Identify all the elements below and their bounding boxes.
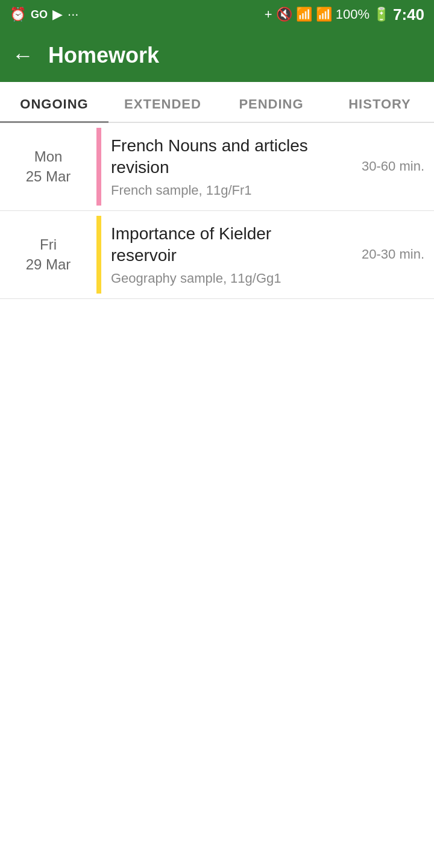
more-icon: ··· [68,7,78,22]
tab-extended[interactable]: EXTENDED [108,82,217,122]
page-title: Homework [48,43,159,68]
item-content: Importance of Kielder reservoir Geograph… [101,211,350,298]
status-icons-right: +︎ 🔇 📶 📶 100% 🔋 7:40 [265,5,424,24]
date-display: Fri 29 Mar [26,234,71,275]
tab-history[interactable]: HISTORY [326,82,434,122]
date-column: Mon 25 Mar [0,123,96,210]
time-display: 7:40 [393,5,424,24]
tab-ongoing[interactable]: ONGOING [0,82,108,122]
item-content: French Nouns and articles revision Frenc… [101,123,350,210]
tab-pending[interactable]: PENDING [217,82,326,122]
homework-duration: 20-30 min. [350,211,434,298]
homework-subtitle: Geography sample, 11g/Gg1 [111,271,340,286]
app-bar: ← Homework [0,29,434,82]
date-column: Fri 29 Mar [0,211,96,298]
color-indicator [96,216,101,294]
status-icons-left: ⏰ GO ▶ ··· [10,7,78,22]
homework-item[interactable]: Mon 25 Mar French Nouns and articles rev… [0,123,434,211]
mute-icon: 🔇 [276,7,292,22]
tabs-bar: ONGOING EXTENDED PENDING HISTORY [0,82,434,123]
homework-item[interactable]: Fri 29 Mar Importance of Kielder reservo… [0,211,434,299]
arrow-icon: ▶ [52,7,63,22]
wifi-icon: 📶 [296,7,312,22]
homework-duration: 30-60 min. [350,123,434,210]
homework-list: Mon 25 Mar French Nouns and articles rev… [0,123,434,299]
homework-title: Importance of Kielder reservoir [111,223,340,267]
back-button[interactable]: ← [12,45,34,66]
go-icon: GO [31,8,48,21]
battery-icon: 🔋 [373,7,389,22]
signal-icon: 📶 [316,7,332,22]
bluetooth-icon: +︎ [265,7,272,22]
battery-percent: 100% [336,7,370,22]
homework-subtitle: French sample, 11g/Fr1 [111,183,340,198]
date-display: Mon 25 Mar [26,146,71,187]
color-indicator [96,128,101,206]
status-bar: ⏰ GO ▶ ··· +︎ 🔇 📶 📶 100% 🔋 7:40 [0,0,434,29]
homework-title: French Nouns and articles revision [111,135,340,179]
alarm-icon: ⏰ [10,7,26,22]
